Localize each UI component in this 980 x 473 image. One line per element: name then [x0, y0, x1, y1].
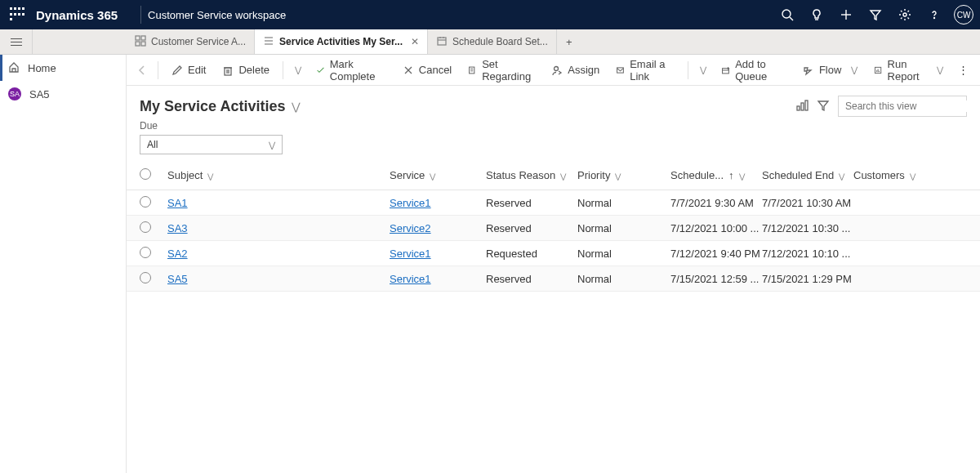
command-bar: Edit Delete ⋁ Mark Complete Cancel Set R… [127, 55, 980, 86]
svg-point-0 [782, 10, 791, 18]
home-icon [8, 61, 20, 75]
column-header-sched-start[interactable]: Schedule... [670, 169, 724, 181]
sched-end-cell: 7/12/2021 10:10 ... [762, 248, 850, 260]
column-header-sched-end[interactable]: Scheduled End [762, 169, 834, 181]
select-all-checkbox[interactable] [140, 168, 151, 180]
chevron-down-icon[interactable]: ⋁ [207, 172, 213, 181]
mark-complete-button[interactable]: Mark Complete [310, 59, 393, 82]
chevron-down-icon[interactable]: ⋁ [292, 100, 301, 113]
workspace-label: Customer Service workspace [148, 9, 286, 21]
help-icon[interactable] [920, 0, 949, 29]
add-tab-button[interactable]: + [557, 29, 581, 54]
priority-cell: Normal [577, 273, 612, 285]
column-header-customers[interactable]: Customers [853, 169, 905, 181]
filter-row: Due All ⋁ [127, 120, 980, 161]
view-header: My Service Activities ⋁ [127, 86, 980, 120]
assign-button[interactable]: Assign [545, 59, 606, 82]
sched-end-cell: 7/7/2021 10:30 AM [762, 197, 851, 209]
chevron-down-icon[interactable]: ⋁ [615, 172, 621, 181]
row-checkbox[interactable] [140, 221, 151, 233]
app-launcher-icon[interactable] [10, 7, 24, 22]
service-link[interactable]: Service1 [390, 248, 431, 260]
set-regarding-button[interactable]: Set Regarding [461, 59, 541, 82]
row-checkbox[interactable] [140, 196, 151, 207]
table-row[interactable]: SA1 Service1 Reserved Normal 7/7/2021 9:… [127, 190, 980, 216]
tab-strip: Customer Service A... Service Activities… [0, 29, 980, 55]
priority-cell: Normal [577, 222, 612, 234]
table-row[interactable]: SA3 Service2 Reserved Normal 7/12/2021 1… [127, 216, 980, 241]
column-header-service[interactable]: Service [390, 169, 425, 181]
status-cell: Reserved [486, 222, 532, 234]
separator [158, 61, 158, 79]
filter-value: All [147, 139, 158, 150]
tab-customer-service[interactable]: Customer Service A... [127, 29, 255, 54]
column-header-status[interactable]: Status Reason [486, 169, 555, 181]
subject-link[interactable]: SA2 [167, 248, 188, 260]
filter-label: Due [140, 120, 967, 132]
chevron-down-icon: ⋁ [851, 65, 858, 74]
hamburger-menu[interactable] [0, 29, 33, 54]
status-cell: Reserved [486, 273, 532, 285]
chart-icon[interactable] [795, 99, 808, 114]
tab-schedule-board[interactable]: Schedule Board Set... [428, 29, 557, 54]
subject-link[interactable]: SA1 [167, 197, 188, 209]
service-link[interactable]: Service1 [390, 273, 431, 285]
user-avatar[interactable]: CW [954, 5, 973, 25]
run-report-button[interactable]: Run Report⋁ [867, 59, 950, 82]
email-link-dropdown[interactable]: ⋁ [695, 59, 711, 82]
subject-link[interactable]: SA3 [167, 222, 188, 234]
sched-start-cell: 7/12/2021 9:40 PM [670, 248, 760, 260]
delete-button[interactable]: Delete [216, 59, 276, 82]
filter-icon[interactable] [861, 0, 890, 29]
dashboard-icon [135, 35, 146, 49]
tab-label: Service Activities My Ser... [279, 36, 403, 47]
delete-dropdown[interactable]: ⋁ [290, 59, 306, 82]
back-button[interactable] [133, 65, 151, 76]
priority-cell: Normal [577, 248, 612, 260]
svg-rect-18 [225, 68, 231, 75]
overflow-menu[interactable]: ⋮ [953, 59, 973, 82]
table-row[interactable]: SA5 Service1 Reserved Normal 7/15/2021 1… [127, 266, 980, 292]
add-to-queue-button[interactable]: Add to Queue [715, 59, 793, 82]
column-header-priority[interactable]: Priority [577, 169, 610, 181]
chevron-down-icon[interactable]: ⋁ [739, 172, 745, 181]
sidebar-item-label: SA5 [29, 88, 50, 100]
brand-label: Dynamics 365 [36, 8, 118, 22]
filter-icon[interactable] [817, 99, 830, 114]
chevron-down-icon[interactable]: ⋁ [560, 172, 566, 181]
view-title[interactable]: My Service Activities [140, 98, 285, 115]
divider [140, 6, 141, 24]
search-input[interactable] [845, 100, 968, 112]
svg-rect-28 [617, 67, 624, 72]
flow-button[interactable]: Flow⋁ [796, 59, 864, 82]
sidebar: Home SA SA5 [0, 55, 127, 473]
gear-icon[interactable] [890, 0, 920, 29]
service-link[interactable]: Service1 [390, 197, 431, 209]
service-link[interactable]: Service2 [390, 222, 431, 234]
priority-cell: Normal [577, 197, 612, 209]
edit-button[interactable]: Edit [165, 59, 212, 82]
sidebar-item-record[interactable]: SA SA5 [0, 81, 126, 107]
lightbulb-icon[interactable] [802, 0, 831, 29]
chevron-down-icon[interactable]: ⋁ [910, 172, 915, 181]
email-link-button[interactable]: Email a Link [609, 59, 681, 82]
chevron-down-icon[interactable]: ⋁ [430, 172, 435, 181]
subject-link[interactable]: SA5 [167, 273, 188, 285]
cancel-button[interactable]: Cancel [396, 59, 458, 82]
svg-rect-9 [136, 42, 140, 46]
chevron-down-icon[interactable]: ⋁ [839, 172, 844, 181]
column-header-subject[interactable]: Subject [167, 169, 203, 181]
sched-end-cell: 7/15/2021 1:29 PM [762, 273, 852, 285]
row-checkbox[interactable] [140, 247, 151, 258]
plus-icon[interactable] [831, 0, 861, 29]
sidebar-item-home[interactable]: Home [0, 55, 126, 81]
sort-up-icon: ↑ [728, 169, 734, 181]
tab-service-activities[interactable]: Service Activities My Ser... ✕ [255, 29, 428, 54]
svg-rect-10 [141, 42, 145, 46]
table-row[interactable]: SA2 Service1 Requested Normal 7/12/2021 … [127, 241, 980, 266]
due-filter-select[interactable]: All ⋁ [140, 135, 283, 154]
close-icon[interactable]: ✕ [411, 36, 419, 47]
search-box[interactable] [838, 96, 967, 117]
search-icon[interactable] [773, 0, 802, 29]
row-checkbox[interactable] [140, 272, 151, 283]
